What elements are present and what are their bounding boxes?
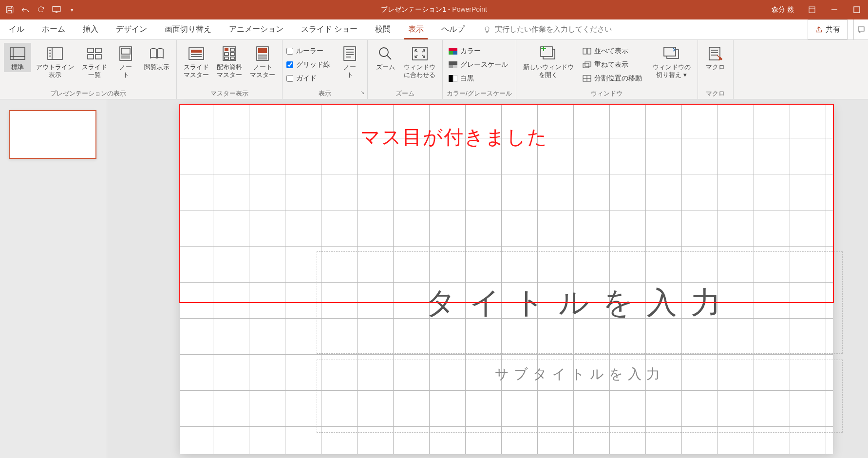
arrange-all-button[interactable]: 並べて表示: [581, 45, 644, 57]
svg-rect-51: [449, 75, 453, 82]
title-placeholder[interactable]: タイトルを入力: [317, 251, 843, 354]
macros-icon: [707, 45, 724, 62]
slide-thumbnail-pane[interactable]: [0, 99, 107, 458]
slide-sorter-button[interactable]: スライド 一覧: [79, 43, 110, 80]
svg-point-42: [379, 48, 388, 57]
svg-rect-50: [453, 65, 457, 68]
tab-file[interactable]: イル: [0, 19, 33, 39]
outline-view-icon: [46, 45, 64, 62]
svg-rect-44: [413, 47, 427, 60]
gridlines-checkbox[interactable]: グリッド線: [286, 58, 330, 71]
zoom-button[interactable]: ズーム: [372, 43, 399, 72]
ribbon: 標準 アウトライン 表示 スライド 一覧 ノー ト 閲覧表示 プレゼンテーション…: [0, 40, 868, 99]
macros-button[interactable]: マクロ: [702, 43, 729, 72]
title-placeholder-text: タイトルを入力: [425, 282, 735, 323]
svg-rect-45: [449, 48, 457, 51]
tab-transitions[interactable]: 画面切り替え: [156, 19, 220, 39]
color-label: カラー: [460, 47, 481, 56]
fit-to-window-button[interactable]: ウィンドウ に合わせる: [401, 43, 438, 80]
group-show-label[interactable]: 表示: [286, 88, 363, 99]
tab-design[interactable]: デザイン: [107, 19, 156, 39]
share-label: 共有: [826, 25, 840, 34]
grayscale-label: グレースケール: [460, 60, 508, 69]
slide-thumbnail-1[interactable]: [9, 110, 96, 159]
slide-master-label: スライド マスター: [184, 63, 209, 79]
guides-checkbox-input[interactable]: [286, 75, 293, 82]
subtitle-placeholder[interactable]: サブタイトルを入力: [317, 360, 843, 433]
tab-view[interactable]: 表示: [399, 19, 433, 39]
annotation-text: マス目が付きました: [360, 124, 548, 151]
undo-icon[interactable]: [20, 5, 30, 15]
reading-view-icon: [148, 45, 166, 62]
normal-view-button[interactable]: 標準: [4, 43, 31, 72]
outline-view-button[interactable]: アウトライン 表示: [33, 43, 77, 80]
slide-edit-area[interactable]: タイトルを入力 サブタイトルを入力 マス目が付きました: [107, 99, 868, 458]
black-white-label: 白黒: [460, 74, 474, 83]
tab-help[interactable]: ヘルプ: [433, 19, 473, 39]
switch-windows-button[interactable]: ウィンドウの 切り替え ▾: [650, 43, 694, 80]
move-split-label: 分割位置の移動: [594, 74, 642, 83]
user-name[interactable]: 森分 然: [772, 5, 794, 14]
tab-home[interactable]: ホーム: [33, 19, 74, 39]
ribbon-display-options-icon[interactable]: [808, 5, 816, 14]
svg-rect-27: [230, 48, 234, 51]
svg-rect-1: [53, 7, 60, 12]
svg-rect-47: [453, 51, 457, 55]
group-macros-label: マクロ: [702, 88, 729, 99]
zoom-icon: [377, 45, 394, 62]
guides-checkbox[interactable]: ガイド: [286, 72, 330, 85]
svg-rect-37: [344, 47, 356, 60]
group-master-views: スライド マスター 配布資料 マスター ノート マスター マスター表示: [177, 40, 283, 99]
handout-master-button[interactable]: 配布資料 マスター: [214, 43, 245, 80]
group-zoom: ズーム ウィンドウ に合わせる ズーム: [368, 40, 443, 99]
comments-button[interactable]: [853, 19, 868, 39]
autosave-toggle-icon[interactable]: [5, 5, 15, 15]
color-button[interactable]: カラー: [447, 45, 510, 57]
tab-review[interactable]: 校閲: [366, 19, 399, 39]
tab-slideshow[interactable]: スライド ショー: [292, 19, 366, 39]
qat-customize-icon[interactable]: ▾: [67, 5, 77, 15]
slide-master-button[interactable]: スライド マスター: [181, 43, 212, 80]
svg-rect-22: [191, 50, 202, 53]
svg-rect-28: [225, 53, 228, 56]
redo-icon[interactable]: [36, 5, 46, 15]
titlebar: ▾ プレゼンテーション1 - PowerPoint 森分 然: [0, 0, 868, 19]
notes-page-button[interactable]: ノー ト: [112, 43, 139, 80]
slide-canvas[interactable]: タイトルを入力 サブタイトルを入力: [180, 105, 833, 454]
grayscale-icon: [449, 60, 457, 69]
share-button[interactable]: 共有: [808, 19, 848, 39]
new-window-label: 新しいウィンドウ を開く: [523, 63, 574, 79]
svg-rect-31: [230, 57, 234, 59]
grayscale-button[interactable]: グレースケール: [447, 58, 510, 71]
new-window-button[interactable]: 新しいウィンドウ を開く: [520, 43, 577, 80]
notes-master-button[interactable]: ノート マスター: [247, 43, 278, 80]
switch-windows-label: ウィンドウの 切り替え ▾: [653, 63, 691, 79]
workspace: タイトルを入力 サブタイトルを入力 マス目が付きました: [0, 99, 868, 458]
svg-rect-60: [585, 62, 591, 66]
reading-view-button[interactable]: 閲覧表示: [141, 43, 172, 72]
guides-label: ガイド: [296, 74, 317, 83]
notes-master-icon: [254, 45, 271, 62]
ruler-checkbox[interactable]: ルーラー: [286, 45, 330, 57]
tell-me-search[interactable]: 実行したい作業を入力してください: [483, 19, 612, 39]
black-white-button[interactable]: 白黒: [447, 72, 510, 85]
color-icon: [449, 47, 457, 56]
notes-button[interactable]: ノー ト: [336, 43, 363, 80]
maximize-icon[interactable]: [852, 5, 861, 14]
reading-view-label: 閲覧表示: [144, 63, 170, 71]
group-color-grayscale-label: カラー/グレースケール: [447, 88, 512, 99]
move-split-button[interactable]: 分割位置の移動: [581, 72, 644, 85]
start-slideshow-icon[interactable]: [52, 5, 61, 15]
minimize-icon[interactable]: [830, 5, 839, 14]
tab-insert[interactable]: 挿入: [74, 19, 107, 39]
tab-animations[interactable]: アニメーション: [220, 19, 292, 39]
svg-rect-13: [88, 48, 94, 53]
group-zoom-label: ズーム: [372, 88, 438, 99]
normal-view-label: 標準: [11, 63, 24, 71]
macros-label: マクロ: [706, 63, 725, 71]
cascade-button[interactable]: 重ねて表示: [581, 58, 644, 71]
ruler-checkbox-input[interactable]: [286, 48, 293, 55]
gridlines-checkbox-input[interactable]: [286, 61, 293, 68]
ruler-label: ルーラー: [296, 47, 323, 56]
new-window-icon: [540, 45, 557, 62]
